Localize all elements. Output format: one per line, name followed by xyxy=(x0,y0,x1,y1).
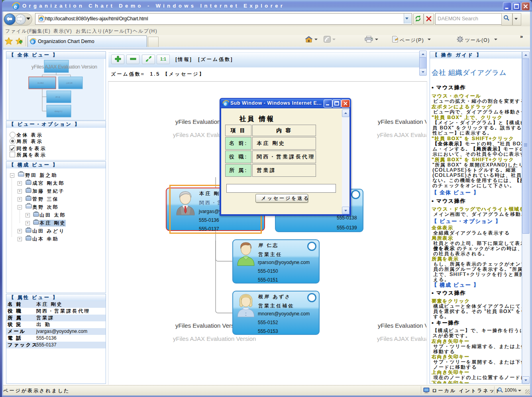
svg-text:yFiles AJAX Evaluation Version: yFiles AJAX Evaluation Version xyxy=(31,64,97,70)
svg-text:e: e xyxy=(31,39,34,45)
svg-text:e: e xyxy=(40,17,42,22)
svg-text:本庄剛史: 本庄剛史 xyxy=(37,82,44,84)
svg-text:e: e xyxy=(224,101,227,107)
svg-text:e: e xyxy=(14,4,17,10)
svg-text:岸仁志: 岸仁志 xyxy=(55,96,60,98)
svg-text:山田太郎: 山田太郎 xyxy=(66,82,73,84)
